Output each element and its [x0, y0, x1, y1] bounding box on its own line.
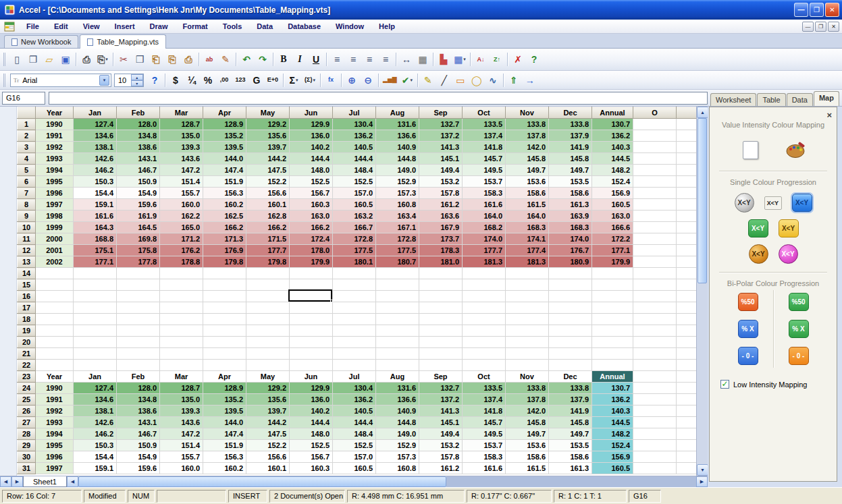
cell[interactable]: 135.6	[246, 130, 290, 142]
cell[interactable]: 135.0	[160, 130, 203, 142]
paste-icon[interactable]: ⎗	[148, 51, 164, 67]
cell[interactable]	[74, 302, 117, 314]
cell[interactable]: 149.5	[463, 428, 506, 440]
cell[interactable]	[74, 325, 117, 337]
cell[interactable]: 144.4	[333, 153, 376, 165]
menu-item-draw[interactable]: Draw	[142, 21, 176, 32]
cell-header[interactable]: Dec	[549, 371, 592, 383]
cell-header[interactable]: Aug	[376, 371, 419, 383]
cell[interactable]	[246, 360, 290, 371]
scientific-format-icon[interactable]: E+0	[265, 73, 281, 88]
cell[interactable]: 149.0	[376, 165, 419, 176]
cell[interactable]: 164.3	[74, 222, 117, 233]
cell[interactable]: 145.7	[463, 417, 506, 428]
cell[interactable]	[677, 463, 697, 474]
cell-year[interactable]: 1998	[36, 211, 74, 222]
minimize-button[interactable]: —	[794, 3, 808, 17]
cell[interactable]: 174.1	[506, 233, 549, 245]
cell[interactable]: 139.3	[160, 142, 203, 153]
cell[interactable]: 128.0	[117, 119, 160, 130]
cell-header[interactable]: Apr	[203, 371, 246, 383]
cell[interactable]	[376, 325, 419, 337]
cell[interactable]: 141.9	[549, 142, 592, 153]
highlighter-icon[interactable]: ✎	[420, 73, 436, 88]
cell[interactable]: 153.6	[506, 176, 549, 188]
cell[interactable]	[633, 428, 677, 440]
window-restore-icon[interactable]: ❐	[815, 22, 826, 32]
cell[interactable]	[677, 325, 697, 337]
cell[interactable]: 144.8	[376, 153, 419, 165]
cell[interactable]	[633, 405, 677, 417]
row-header[interactable]: 1	[18, 119, 36, 130]
column-header-year[interactable]: Year	[36, 107, 74, 119]
cell[interactable]: 153.5	[549, 440, 592, 451]
cell[interactable]	[117, 302, 160, 314]
copy-icon[interactable]: ❒	[132, 51, 148, 67]
cell[interactable]: 161.6	[463, 199, 506, 211]
cell[interactable]: 179.9	[290, 256, 333, 268]
sum-icon[interactable]: Σ▾	[286, 73, 302, 88]
cell-header[interactable]: May	[246, 371, 290, 383]
cell-year[interactable]: 1992	[36, 405, 74, 417]
cell-annual[interactable]: 177.1	[592, 245, 633, 256]
cell[interactable]: 146.7	[117, 428, 160, 440]
cell[interactable]: 149.0	[376, 428, 419, 440]
cell[interactable]	[677, 428, 697, 440]
bipolar-zero-orange-button[interactable]: - 0 -	[789, 347, 809, 365]
row-header[interactable]: 7	[18, 188, 36, 199]
cell[interactable]: 151.9	[203, 440, 246, 451]
cell[interactable]: 178.0	[290, 245, 333, 256]
cell[interactable]	[633, 348, 677, 360]
cell-year[interactable]: 1997	[36, 199, 74, 211]
column-header-sep[interactable]: Sep	[419, 107, 463, 119]
panel-tab-map[interactable]: Map	[814, 91, 839, 106]
cell[interactable]	[677, 130, 697, 142]
cell-annual[interactable]: 160.5	[592, 463, 633, 474]
cell[interactable]	[246, 279, 290, 291]
cell-header[interactable]: Mar	[160, 371, 203, 383]
cell[interactable]: 177.7	[463, 245, 506, 256]
cell[interactable]	[419, 279, 463, 291]
cell-annual[interactable]: 144.5	[592, 153, 633, 165]
cell-annual[interactable]: 166.6	[592, 222, 633, 233]
cell[interactable]	[633, 325, 677, 337]
cell[interactable]: 134.8	[117, 394, 160, 405]
cell[interactable]	[633, 302, 677, 314]
window-close-icon[interactable]: ✕	[828, 22, 839, 32]
cell[interactable]	[677, 360, 697, 371]
align-right-icon[interactable]: ≡	[361, 51, 377, 67]
cell[interactable]	[333, 325, 376, 337]
menu-item-edit[interactable]: Edit	[47, 21, 76, 32]
cell[interactable]: 149.4	[419, 428, 463, 440]
cell-year[interactable]: 1995	[36, 176, 74, 188]
cell[interactable]	[36, 279, 74, 291]
cell[interactable]: 142.6	[74, 417, 117, 428]
cell[interactable]: 154.4	[74, 188, 117, 199]
save-icon[interactable]: ▣	[57, 51, 74, 67]
cell[interactable]: 167.1	[376, 222, 419, 233]
cell[interactable]	[463, 314, 506, 325]
horizontal-scrollbar[interactable]: ◀ ▶	[67, 476, 708, 487]
cell-annual[interactable]: 136.2	[592, 130, 633, 142]
cell[interactable]: 172.8	[333, 233, 376, 245]
cell[interactable]: 146.2	[74, 428, 117, 440]
cell[interactable]	[592, 325, 633, 337]
cell-year[interactable]: 1993	[36, 417, 74, 428]
cell[interactable]: 160.5	[333, 463, 376, 474]
duplicate-document-icon[interactable]: ❐	[25, 51, 41, 67]
cell[interactable]	[633, 417, 677, 428]
cell[interactable]	[36, 325, 74, 337]
cell[interactable]	[677, 188, 697, 199]
cell-header[interactable]: Feb	[117, 371, 160, 383]
cell[interactable]: 160.3	[290, 199, 333, 211]
cell[interactable]: 151.9	[203, 176, 246, 188]
cell[interactable]	[677, 199, 697, 211]
cell[interactable]: 147.5	[246, 165, 290, 176]
cell[interactable]: 131.6	[376, 383, 419, 394]
row-header[interactable]: 18	[18, 314, 36, 325]
cell-header[interactable]: Nov	[506, 371, 549, 383]
cell[interactable]	[203, 314, 246, 325]
cell[interactable]: 152.5	[290, 440, 333, 451]
bipolar-percentx-green-button[interactable]: % X	[789, 320, 809, 338]
navigate-next-icon[interactable]: →	[522, 73, 538, 88]
